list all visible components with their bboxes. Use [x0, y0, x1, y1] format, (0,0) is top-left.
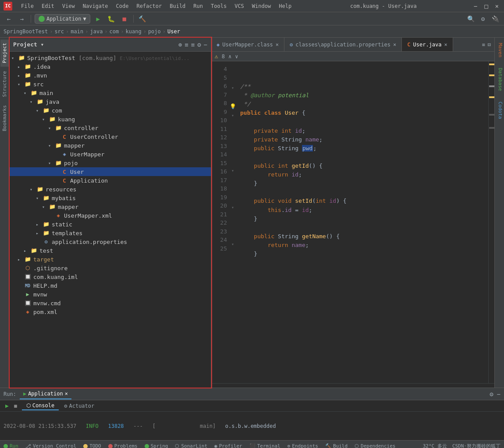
menu-window[interactable]: Window: [248, 2, 274, 10]
menu-bar[interactable]: File Edit View Navigate Code Refactor Bu…: [18, 2, 295, 10]
tree-item-src[interactable]: ▾ 📁 src: [10, 80, 211, 88]
plugins-button[interactable]: 🔌: [490, 14, 500, 24]
menu-view[interactable]: View: [59, 2, 78, 10]
breadcrumb-springboottest[interactable]: SpringBootTest: [4, 28, 48, 35]
breadcrumb-kuang[interactable]: kuang: [126, 28, 142, 35]
tab-list-icon[interactable]: ≡: [482, 42, 485, 48]
back-button[interactable]: ←: [4, 14, 14, 24]
tree-item-application[interactable]: C Application: [10, 176, 211, 185]
tree-item-user[interactable]: C User: [10, 167, 211, 176]
run-panel-close-icon[interactable]: −: [497, 391, 500, 398]
collapse-all-icon[interactable]: ≡: [191, 41, 195, 48]
tree-item-mvn[interactable]: ▸ 📁 .mvn: [10, 71, 211, 80]
tree-item-pom[interactable]: ◈ pom.xml: [10, 307, 211, 316]
tab-user-java[interactable]: C User.java ×: [402, 38, 453, 51]
tree-item-controller[interactable]: ▾ 📁 controller: [10, 123, 211, 132]
problems-item[interactable]: Problems: [108, 443, 138, 448]
tree-item-mybatis[interactable]: ▾ 📁 mybatis: [10, 194, 211, 202]
tree-item-iml[interactable]: 🔲 com.kuang.iml: [10, 272, 211, 281]
split-editor-icon[interactable]: ⊟: [488, 42, 491, 48]
breadcrumb-com[interactable]: com: [110, 28, 119, 35]
run-stop-icon[interactable]: ◼: [12, 402, 19, 410]
build-button[interactable]: 🔨: [137, 14, 148, 24]
tree-item-usercontroller[interactable]: C UserController: [10, 132, 211, 141]
left-tab-project[interactable]: Project: [0, 39, 9, 67]
gutter-6[interactable]: ▾: [230, 83, 236, 92]
spring-item[interactable]: Spring: [145, 443, 168, 448]
tree-item-test[interactable]: ▸ 📁 test: [10, 246, 211, 255]
tree-item-com[interactable]: ▾ 📁 com: [10, 106, 211, 115]
editor-scrollbar-h[interactable]: [211, 383, 494, 388]
endpoints-item[interactable]: ⊕ Endpoints: [287, 443, 318, 448]
warning-nav-up[interactable]: ∧: [228, 53, 231, 60]
tree-item-helpmd[interactable]: MD HELP.md: [10, 281, 211, 290]
run-status[interactable]: Run: [4, 443, 18, 448]
tab-close-icon[interactable]: ×: [276, 42, 279, 48]
tree-item-pojo[interactable]: ▾ 📁 pojo: [10, 159, 211, 167]
menu-code[interactable]: Code: [113, 2, 132, 10]
close-button[interactable]: ×: [493, 3, 500, 10]
locate-file-icon[interactable]: ⊕: [178, 41, 182, 48]
tree-item-kuang[interactable]: ▾ 📁 kuang: [10, 115, 211, 123]
menu-tools[interactable]: Tools: [207, 2, 230, 10]
breadcrumb-src[interactable]: src: [54, 28, 64, 35]
settings-tree-icon[interactable]: ⚙: [197, 41, 201, 48]
version-control-item[interactable]: ⎇ Version Control: [25, 443, 76, 448]
settings-button[interactable]: ⚙: [478, 14, 488, 24]
menu-help[interactable]: Help: [275, 2, 295, 10]
tree-item-mapper[interactable]: ▾ 📁 mapper: [10, 141, 211, 150]
database-tab[interactable]: Database: [495, 63, 504, 96]
run-tab-close-icon[interactable]: ×: [65, 391, 68, 397]
menu-build[interactable]: Build: [166, 2, 189, 10]
tree-item-app-props[interactable]: ⚙ application.properties: [10, 237, 211, 246]
breadcrumb-java[interactable]: java: [90, 28, 103, 35]
code-content[interactable]: /** * @author potential */ public class …: [237, 61, 488, 383]
maximize-button[interactable]: □: [483, 3, 490, 10]
tree-item-main[interactable]: ▾ 📁 main: [10, 88, 211, 97]
menu-file[interactable]: File: [18, 2, 37, 10]
tab-usermapper-class[interactable]: ◈ UserMapper.class ×: [211, 38, 284, 51]
tab-app-properties[interactable]: ⚙ classes\application.properties ×: [284, 38, 402, 51]
stop-button[interactable]: ■: [119, 14, 130, 24]
left-tab-structure[interactable]: Structure: [0, 67, 9, 101]
terminal-item[interactable]: ⬛ Terminal: [249, 443, 280, 448]
tree-item-templates[interactable]: ▸ 📁 templates: [10, 229, 211, 237]
search-button[interactable]: 🔍: [465, 14, 476, 24]
window-controls[interactable]: − □ ×: [472, 3, 500, 10]
expand-all-icon[interactable]: ≡: [185, 41, 188, 48]
run-button[interactable]: ▶: [93, 14, 103, 24]
menu-navigate[interactable]: Navigate: [79, 2, 112, 10]
tree-item-springboottest[interactable]: ▾ 📁 SpringBootTest [com.kuang] E:\Users\…: [10, 53, 211, 62]
tree-item-mvnw-cmd[interactable]: 🔲 mvnw.cmd: [10, 299, 211, 307]
actuator-tab[interactable]: ⚙ Actuator: [60, 402, 99, 410]
tree-item-java[interactable]: ▾ 📁 java: [10, 97, 211, 106]
warning-nav-down[interactable]: ∨: [235, 53, 238, 60]
gutter-8[interactable]: 💡: [230, 102, 236, 111]
tree-item-gitignore[interactable]: ⬡ .gitignore: [10, 264, 211, 272]
menu-edit[interactable]: Edit: [38, 2, 58, 10]
maven-tab[interactable]: Maven: [495, 38, 504, 63]
breadcrumb-pojo[interactable]: pojo: [148, 28, 161, 35]
breadcrumb-user[interactable]: User: [167, 28, 180, 35]
menu-refactor[interactable]: Refactor: [133, 2, 165, 10]
gutter-19[interactable]: ▾: [230, 203, 236, 212]
console-tab[interactable]: ⬡ Console: [22, 402, 59, 410]
breadcrumb-main[interactable]: main: [71, 28, 83, 35]
run-settings-icon[interactable]: ⚙: [490, 391, 493, 398]
forward-button[interactable]: →: [17, 14, 27, 24]
gutter-23[interactable]: ▾: [230, 240, 236, 249]
profiler-item[interactable]: ◉ Profiler: [214, 443, 242, 448]
debug-button[interactable]: 🐛: [106, 14, 117, 24]
run-restart-icon[interactable]: ▶: [4, 402, 11, 410]
tree-item-mvnw[interactable]: ▶ mvnw: [10, 290, 211, 299]
tree-item-static[interactable]: ▸ 📁 static: [10, 220, 211, 229]
run-app-tab[interactable]: ▶ Application ×: [20, 389, 71, 399]
build-item[interactable]: 🔨 Build: [325, 443, 348, 448]
minimize-button[interactable]: −: [472, 3, 479, 10]
sonarqube-item[interactable]: ⬡ SonarLint: [175, 443, 207, 448]
tree-item-mapper-res[interactable]: ▾ 📁 mapper: [10, 202, 211, 211]
run-config-dropdown[interactable]: Application ▼: [35, 14, 90, 24]
tree-item-target[interactable]: ▸ 📁 target: [10, 255, 211, 264]
dependencies-item[interactable]: ⬡ Dependencies: [355, 443, 395, 448]
todo-item[interactable]: TODO: [83, 443, 101, 448]
